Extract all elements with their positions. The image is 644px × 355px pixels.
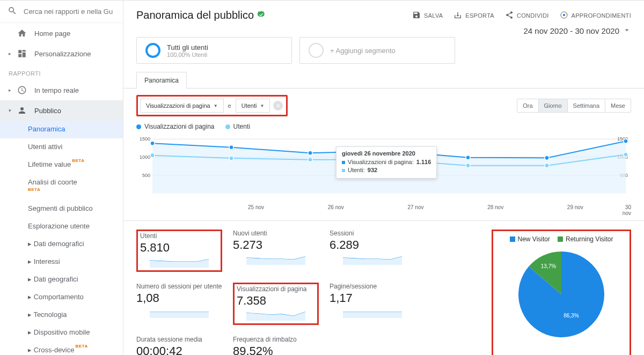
caret-down-icon: ▾ [9, 108, 14, 113]
search-icon [8, 6, 24, 17]
gran-day[interactable]: Giorno [538, 99, 567, 112]
nav-interests[interactable]: ▸ Interessi [0, 253, 123, 271]
date-range-picker[interactable]: 24 nov 2020 - 30 nov 2020 [524, 26, 631, 36]
stat-pages-per-session[interactable]: Pagine/sessione1,17 [330, 283, 415, 325]
svg-point-19 [150, 153, 155, 158]
svg-point-14 [308, 151, 312, 155]
svg-point-20 [229, 156, 233, 160]
nav-cohort[interactable]: Analisi di coorteBETA [0, 174, 123, 201]
chart-legend: Visualizzazioni di pagina Utenti [123, 123, 644, 134]
svg-point-24 [545, 164, 549, 168]
svg-point-16 [466, 156, 470, 160]
topbar: Panoramica del pubblico SALVA ESPORTA CO… [123, 1, 644, 28]
chevron-down-icon: ▼ [260, 103, 264, 108]
metric-selectors-highlight: Visualizzazioni di pagina▼ e Utenti▼ ✕ [136, 95, 288, 116]
svg-point-21 [308, 158, 312, 162]
svg-point-1 [563, 14, 565, 16]
nav-user-explorer[interactable]: Esplorazione utente [0, 218, 123, 235]
gran-month[interactable]: Mese [605, 99, 631, 112]
chevron-down-icon: ▼ [214, 103, 218, 108]
sparkline [330, 253, 415, 265]
stat-avg-duration[interactable]: Durata sessione media00:00:42 [136, 336, 222, 355]
page-title: Panoramica del pubblico [136, 9, 266, 21]
nav-behavior[interactable]: ▸ Comportamento [0, 289, 123, 306]
nav-home[interactable]: Home page [0, 23, 123, 43]
caret-icon: ▸ [9, 51, 14, 56]
svg-point-12 [150, 141, 155, 145]
segment-all-users[interactable]: Tutti gli utenti 100,00% Utenti [136, 37, 292, 64]
nav-realtime[interactable]: ▸ In tempo reale [0, 80, 123, 100]
nav-customization[interactable]: ▸ Personalizzazione [0, 43, 123, 64]
search-input[interactable] [24, 8, 115, 16]
verified-icon [257, 10, 266, 20]
nav-active-users[interactable]: Utenti attivi [0, 138, 123, 156]
sparkline [330, 306, 415, 318]
nav-segments[interactable]: Segmenti di pubblico [0, 200, 123, 218]
nav-mobile[interactable]: ▸ Dispositivo mobile [0, 324, 123, 342]
nav-geo[interactable]: ▸ Dati geografici [0, 271, 123, 289]
gran-hour[interactable]: Ora [517, 99, 538, 112]
nav-technology[interactable]: ▸ Tecnologia [0, 306, 123, 324]
svg-point-18 [624, 139, 628, 143]
stat-sessions-per-user[interactable]: Numero di sessioni per utente1,08 [136, 283, 222, 325]
pie-legend-sq-returning [558, 236, 563, 242]
segment-add-ring-icon [309, 43, 324, 58]
segment-ring-icon [145, 43, 160, 58]
nav-audience-label: Pubblico [34, 107, 61, 115]
main-chart: 5005001000100015001500 giovedì 26 novemb… [123, 134, 644, 203]
stat-pageviews[interactable]: Visualizzazioni di pagina7.358 [233, 283, 319, 325]
clock-icon [17, 85, 27, 95]
segment-add[interactable]: + Aggiungi segmento [299, 37, 455, 64]
chart-xaxis: 25 nov26 nov27 nov28 nov29 nov30 nov [123, 203, 644, 221]
stat-users[interactable]: Utenti5.810 [136, 230, 222, 272]
pie-chart: 86,3%13,7% [513, 246, 610, 343]
insights-button[interactable]: APPROFONDIMENTI [560, 11, 631, 20]
svg-point-23 [466, 164, 470, 168]
svg-text:13,7%: 13,7% [541, 263, 556, 269]
share-button[interactable]: CONDIVIDI [505, 11, 549, 20]
granularity-toggle: Ora Giorno Settimana Mese [517, 99, 631, 113]
stat-bounce[interactable]: Frequenza di rimbalzo89,52% [233, 336, 319, 355]
insights-icon [560, 11, 568, 20]
pie-legend-sq-new [510, 236, 515, 242]
chart-tooltip: giovedì 26 novembre 2020 Visualizzazioni… [336, 146, 437, 179]
svg-point-2 [565, 12, 567, 14]
stat-sessions[interactable]: Sessioni6.289 [330, 230, 415, 272]
svg-text:500: 500 [142, 173, 150, 178]
legend-dot-2 [225, 124, 230, 129]
dashboard-icon [17, 49, 27, 58]
sidebar: Home page ▸ Personalizzazione RAPPORTI ▸… [0, 1, 123, 355]
caret-icon: ▸ [9, 87, 14, 93]
close-icon: ✕ [276, 103, 280, 109]
svg-point-17 [545, 156, 549, 160]
sparkline [136, 306, 222, 318]
search-bar[interactable] [0, 1, 123, 23]
nav-cross-device[interactable]: ▸ Cross-deviceBETA [0, 342, 123, 355]
save-button[interactable]: SALVA [412, 11, 443, 20]
share-icon [505, 11, 514, 20]
nav-demographics[interactable]: ▸ Dati demografici [0, 235, 123, 253]
svg-point-13 [229, 145, 233, 150]
person-icon [17, 106, 27, 115]
nav-lifetime-value[interactable]: Lifetime valueBETA [0, 156, 123, 174]
gran-week[interactable]: Settimana [567, 99, 605, 112]
sparkline [233, 253, 319, 265]
sparkline [140, 256, 218, 268]
stat-new-users[interactable]: Nuovi utenti5.273 [233, 230, 319, 272]
home-icon [17, 28, 27, 38]
sparkline [237, 309, 315, 321]
nav-customization-label: Personalizzazione [34, 50, 91, 58]
tab-overview[interactable]: Panoramica [136, 72, 187, 88]
metric1-dropdown[interactable]: Visualizzazioni di pagina▼ [140, 99, 224, 113]
nav-audience[interactable]: ▾ Pubblico [0, 100, 123, 121]
metric2-dropdown[interactable]: Utenti▼ [236, 99, 270, 113]
chevron-down-icon [623, 26, 631, 36]
nav-home-label: Home page [34, 29, 70, 38]
nav-reports-label: RAPPORTI [0, 64, 123, 80]
nav-overview[interactable]: Panoramica [0, 121, 123, 138]
svg-text:1000: 1000 [140, 154, 150, 160]
save-icon [412, 11, 421, 20]
export-button[interactable]: ESPORTA [453, 11, 494, 20]
clear-metric-button[interactable]: ✕ [273, 101, 283, 110]
export-icon [453, 11, 462, 20]
